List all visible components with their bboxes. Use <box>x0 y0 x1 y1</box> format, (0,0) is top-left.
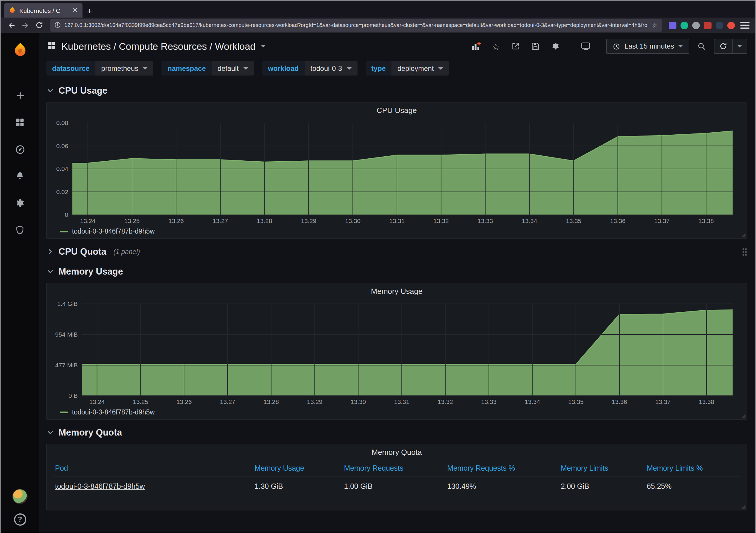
extension-icon-1[interactable] <box>669 21 676 29</box>
panel-title[interactable]: Memory Quota <box>53 447 741 460</box>
svg-text:13:26: 13:26 <box>169 217 184 224</box>
panel-title[interactable]: Memory Usage <box>51 286 742 298</box>
chevron-down-icon <box>46 267 54 276</box>
extension-icon-2[interactable] <box>681 21 688 29</box>
browser-navbar: 127.0.0.1:3002/d/a164a7f0339f99e89cea5cb… <box>1 17 755 33</box>
chevron-right-icon <box>46 248 54 256</box>
svg-text:0: 0 <box>65 211 68 218</box>
cell-memory-usage: 1.30 GiB <box>252 477 342 496</box>
chevron-down-icon <box>243 67 248 70</box>
extension-icon-5[interactable] <box>716 21 723 29</box>
user-avatar[interactable] <box>12 489 28 504</box>
chevron-down-icon <box>143 67 148 70</box>
profile-icon[interactable] <box>727 21 735 29</box>
help-icon[interactable]: ? <box>14 513 26 525</box>
svg-text:477 MiB: 477 MiB <box>55 362 78 369</box>
bookmark-star-icon[interactable]: ☆ <box>652 21 658 29</box>
page-title: Kubernetes / Compute Resources / Workloa… <box>62 41 256 52</box>
memory-usage-chart[interactable]: 0 B477 MiB954 MiB1.4 GiB13:2413:2513:261… <box>51 298 742 406</box>
extension-icon-4[interactable] <box>704 21 712 29</box>
chevron-down-icon <box>46 87 54 95</box>
sidebar-item-configuration[interactable] <box>1 190 39 217</box>
tab-close-icon[interactable]: ✕ <box>72 7 78 14</box>
add-panel-button[interactable] <box>469 39 484 54</box>
series-label: todoui-0-3-846f787b-d9h5w <box>72 408 155 416</box>
sidebar-item-explore[interactable] <box>1 136 39 163</box>
section-title: Memory Quota <box>59 427 122 438</box>
variable-label: namespace <box>162 61 212 75</box>
back-icon[interactable] <box>4 19 18 31</box>
cell-memory-requests-pct: 130.49% <box>445 477 558 496</box>
grafana-logo[interactable] <box>12 38 28 61</box>
panel-resize-handle[interactable] <box>742 233 745 237</box>
section-row-cpu-usage[interactable]: CPU Usage <box>46 84 747 98</box>
section-title: Memory Usage <box>59 266 123 277</box>
time-range-picker[interactable]: Last 15 minutes <box>607 39 689 54</box>
column-header-memory-usage[interactable]: Memory Usage <box>252 460 342 477</box>
site-info-icon[interactable] <box>54 20 61 30</box>
panel-resize-handle[interactable] <box>742 505 745 509</box>
column-header-memory-requests[interactable]: Memory Requests <box>342 460 445 477</box>
panel-resize-handle[interactable] <box>742 414 745 418</box>
dashboard-header: Kubernetes / Compute Resources / Workloa… <box>46 33 747 60</box>
dashboard-title-button[interactable]: Kubernetes / Compute Resources / Workloa… <box>46 40 265 52</box>
chevron-down-icon <box>261 45 265 47</box>
svg-text:13:30: 13:30 <box>350 398 366 405</box>
reload-icon[interactable] <box>32 19 46 31</box>
star-button[interactable]: ☆ <box>488 39 503 54</box>
section-row-cpu-quota[interactable]: CPU Quota (1 panel) <box>46 245 747 259</box>
column-header-memory-limits[interactable]: Memory Limits <box>558 460 644 477</box>
refresh-button[interactable] <box>715 39 732 53</box>
dashboard-settings-button[interactable] <box>548 39 563 54</box>
section-row-memory-usage[interactable]: Memory Usage <box>46 265 747 279</box>
chevron-down-icon <box>46 429 54 437</box>
cpu-usage-chart[interactable]: 00.020.040.060.0813:2413:2513:2613:2713:… <box>51 118 742 225</box>
variable-value-dropdown[interactable]: todoui-0-3 <box>305 61 357 75</box>
zoom-out-button[interactable] <box>694 39 709 54</box>
extension-toolbar <box>669 21 735 29</box>
variable-value-dropdown[interactable]: prometheus <box>95 61 153 75</box>
sidebar-item-create[interactable] <box>1 82 39 109</box>
series-swatch <box>60 230 68 232</box>
sidebar-item-server-admin[interactable] <box>1 217 39 243</box>
svg-text:13:26: 13:26 <box>176 398 192 405</box>
section-title: CPU Quota <box>59 246 106 257</box>
refresh-interval-dropdown[interactable] <box>732 39 747 53</box>
url-bar[interactable]: 127.0.0.1:3002/d/a164a7f0339f99e89cea5cb… <box>50 19 662 31</box>
save-button[interactable] <box>528 39 543 54</box>
svg-text:13:35: 13:35 <box>566 217 581 224</box>
cell-memory-limits: 2.00 GiB <box>558 477 644 496</box>
forward-icon[interactable] <box>18 19 32 31</box>
svg-text:13:28: 13:28 <box>264 398 279 405</box>
column-header-memory-limits-pct[interactable]: Memory Limits % <box>644 460 741 477</box>
legend-item[interactable]: todoui-0-3-846f787b-d9h5w <box>51 406 742 418</box>
browser-tab[interactable]: Kubernetes / C ✕ <box>4 3 83 17</box>
svg-text:13:24: 13:24 <box>89 398 105 405</box>
svg-text:13:36: 13:36 <box>612 398 627 405</box>
panel-title[interactable]: CPU Usage <box>51 105 742 118</box>
svg-text:13:34: 13:34 <box>522 217 537 224</box>
sidebar-item-dashboards[interactable] <box>1 109 39 136</box>
svg-text:13:31: 13:31 <box>390 217 405 224</box>
menu-hamburger-icon[interactable] <box>740 22 749 29</box>
browser-tabstrip: Kubernetes / C ✕ + <box>1 1 755 17</box>
panel-count: (1 panel) <box>114 248 140 255</box>
svg-text:0 B: 0 B <box>68 392 78 399</box>
section-row-memory-quota[interactable]: Memory Quota <box>46 426 747 440</box>
share-button[interactable] <box>508 39 524 54</box>
extension-icon-3[interactable] <box>692 21 700 29</box>
pod-link[interactable]: todoui-0-3-846f787b-d9h5w <box>55 482 145 491</box>
row-drag-handle[interactable] <box>742 247 747 256</box>
column-header-memory-requests-pct[interactable]: Memory Requests % <box>445 460 558 477</box>
new-tab-button[interactable]: + <box>83 4 96 17</box>
svg-text:13:34: 13:34 <box>525 398 540 405</box>
variable-value-dropdown[interactable]: deployment <box>392 61 449 75</box>
sidebar-item-alerting[interactable] <box>1 163 39 190</box>
variable-value-dropdown[interactable]: default <box>212 61 254 75</box>
variable-datasource: datasource prometheus <box>46 61 153 75</box>
time-range-label: Last 15 minutes <box>625 42 674 50</box>
svg-text:13:33: 13:33 <box>477 217 493 224</box>
cycle-view-button[interactable] <box>579 39 594 54</box>
column-header-pod[interactable]: Pod <box>53 460 252 477</box>
legend-item[interactable]: todoui-0-3-846f787b-d9h5w <box>51 225 742 237</box>
